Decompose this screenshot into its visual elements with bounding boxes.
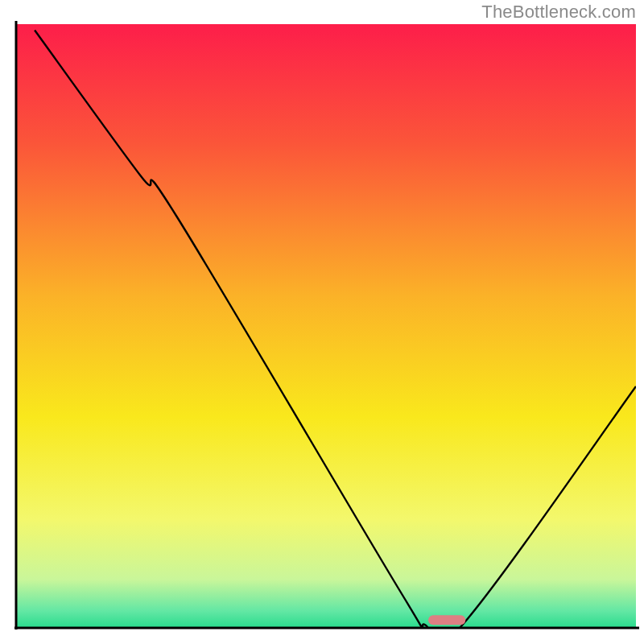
watermark-text: TheBottleneck.com <box>481 2 636 23</box>
optimal-marker <box>428 615 465 625</box>
chart-container: TheBottleneck.com <box>0 0 644 644</box>
gradient-background <box>16 24 636 628</box>
bottleneck-chart <box>0 0 644 644</box>
